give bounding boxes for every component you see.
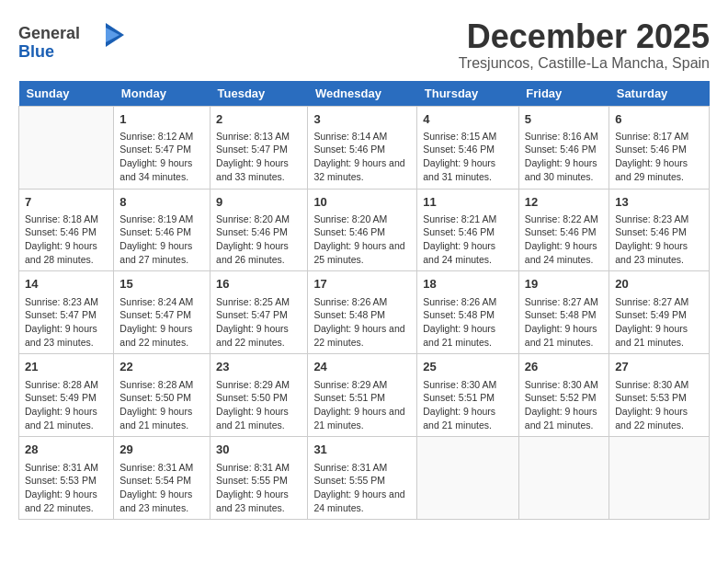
day-number: 13 — [615, 194, 703, 211]
day-cell: 9Sunrise: 8:20 AMSunset: 5:46 PMDaylight… — [210, 189, 308, 271]
day-info: Sunrise: 8:13 AMSunset: 5:47 PMDaylight:… — [216, 130, 301, 184]
day-info: Sunrise: 8:28 AMSunset: 5:50 PMDaylight:… — [119, 378, 204, 432]
day-cell: 2Sunrise: 8:13 AMSunset: 5:47 PMDaylight… — [210, 106, 308, 189]
day-number: 10 — [313, 194, 411, 211]
day-info: Sunrise: 8:22 AMSunset: 5:46 PMDaylight:… — [525, 213, 603, 267]
calendar-table: Sunday Monday Tuesday Wednesday Thursday… — [18, 81, 710, 521]
day-number: 5 — [525, 111, 603, 128]
day-cell: 19Sunrise: 8:27 AMSunset: 5:48 PMDayligh… — [518, 271, 609, 354]
day-cell: 10Sunrise: 8:20 AMSunset: 5:46 PMDayligh… — [308, 189, 417, 271]
day-info: Sunrise: 8:25 AMSunset: 5:47 PMDaylight:… — [216, 295, 301, 350]
day-info: Sunrise: 8:26 AMSunset: 5:48 PMDaylight:… — [423, 295, 513, 350]
day-cell — [609, 437, 710, 520]
day-number: 23 — [216, 359, 301, 375]
day-info: Sunrise: 8:21 AMSunset: 5:46 PMDaylight:… — [423, 213, 513, 267]
day-info: Sunrise: 8:20 AMSunset: 5:46 PMDaylight:… — [216, 213, 301, 267]
day-number: 26 — [525, 359, 603, 375]
month-title: December 2025 — [459, 18, 710, 55]
week-row-3: 14Sunrise: 8:23 AMSunset: 5:47 PMDayligh… — [19, 271, 710, 354]
col-monday: Monday — [114, 81, 210, 107]
day-number: 27 — [615, 359, 703, 375]
day-cell: 25Sunrise: 8:30 AMSunset: 5:51 PMDayligh… — [417, 354, 519, 437]
week-row-5: 28Sunrise: 8:31 AMSunset: 5:53 PMDayligh… — [19, 437, 710, 520]
day-cell: 1Sunrise: 8:12 AMSunset: 5:47 PMDaylight… — [114, 106, 210, 189]
day-info: Sunrise: 8:23 AMSunset: 5:46 PMDaylight:… — [615, 213, 703, 267]
col-tuesday: Tuesday — [210, 81, 308, 107]
day-cell: 12Sunrise: 8:22 AMSunset: 5:46 PMDayligh… — [518, 189, 609, 271]
day-number: 31 — [313, 442, 411, 458]
day-cell: 29Sunrise: 8:31 AMSunset: 5:54 PMDayligh… — [114, 437, 210, 520]
day-number: 16 — [216, 276, 301, 293]
day-info: Sunrise: 8:16 AMSunset: 5:46 PMDaylight:… — [525, 130, 603, 184]
day-number: 7 — [25, 194, 108, 211]
day-cell: 4Sunrise: 8:15 AMSunset: 5:46 PMDaylight… — [417, 106, 519, 189]
day-number: 8 — [119, 194, 204, 211]
day-cell: 28Sunrise: 8:31 AMSunset: 5:53 PMDayligh… — [19, 437, 114, 520]
day-number: 25 — [423, 359, 513, 375]
day-number: 30 — [216, 442, 301, 458]
svg-text:General: General — [18, 24, 80, 42]
day-number: 24 — [313, 359, 411, 375]
day-info: Sunrise: 8:27 AMSunset: 5:48 PMDaylight:… — [525, 295, 603, 350]
day-info: Sunrise: 8:20 AMSunset: 5:46 PMDaylight:… — [313, 213, 411, 267]
logo-icon: General Blue — [18, 18, 129, 64]
day-number: 28 — [25, 442, 108, 458]
day-info: Sunrise: 8:19 AMSunset: 5:46 PMDaylight:… — [119, 213, 204, 267]
week-row-1: 1Sunrise: 8:12 AMSunset: 5:47 PMDaylight… — [19, 106, 710, 189]
day-cell: 27Sunrise: 8:30 AMSunset: 5:53 PMDayligh… — [609, 354, 710, 437]
day-cell: 11Sunrise: 8:21 AMSunset: 5:46 PMDayligh… — [417, 189, 519, 271]
col-friday: Friday — [518, 81, 609, 107]
day-number: 3 — [313, 111, 411, 128]
week-row-2: 7Sunrise: 8:18 AMSunset: 5:46 PMDaylight… — [19, 189, 710, 271]
day-info: Sunrise: 8:29 AMSunset: 5:50 PMDaylight:… — [216, 378, 301, 432]
day-info: Sunrise: 8:24 AMSunset: 5:47 PMDaylight:… — [119, 295, 204, 350]
svg-text:Blue: Blue — [18, 42, 54, 61]
day-info: Sunrise: 8:14 AMSunset: 5:46 PMDaylight:… — [313, 130, 411, 184]
day-cell: 6Sunrise: 8:17 AMSunset: 5:46 PMDaylight… — [609, 106, 710, 189]
day-info: Sunrise: 8:26 AMSunset: 5:48 PMDaylight:… — [313, 295, 411, 350]
day-cell — [518, 437, 609, 520]
week-row-4: 21Sunrise: 8:28 AMSunset: 5:49 PMDayligh… — [19, 354, 710, 437]
day-info: Sunrise: 8:27 AMSunset: 5:49 PMDaylight:… — [615, 295, 703, 350]
day-info: Sunrise: 8:31 AMSunset: 5:55 PMDaylight:… — [216, 461, 301, 515]
day-number: 1 — [119, 111, 204, 128]
day-info: Sunrise: 8:31 AMSunset: 5:53 PMDaylight:… — [25, 461, 108, 515]
day-cell: 16Sunrise: 8:25 AMSunset: 5:47 PMDayligh… — [210, 271, 308, 354]
page-header: General Blue December 2025 Tresjuncos, C… — [18, 18, 710, 72]
location-title: Tresjuncos, Castille-La Mancha, Spain — [459, 55, 710, 72]
day-info: Sunrise: 8:15 AMSunset: 5:46 PMDaylight:… — [423, 130, 513, 184]
day-cell: 31Sunrise: 8:31 AMSunset: 5:55 PMDayligh… — [308, 437, 417, 520]
day-cell: 22Sunrise: 8:28 AMSunset: 5:50 PMDayligh… — [114, 354, 210, 437]
day-number: 6 — [615, 111, 703, 128]
day-info: Sunrise: 8:18 AMSunset: 5:46 PMDaylight:… — [25, 213, 108, 267]
day-info: Sunrise: 8:30 AMSunset: 5:52 PMDaylight:… — [525, 378, 603, 432]
day-cell: 26Sunrise: 8:30 AMSunset: 5:52 PMDayligh… — [518, 354, 609, 437]
day-number: 2 — [216, 111, 301, 128]
day-cell: 8Sunrise: 8:19 AMSunset: 5:46 PMDaylight… — [114, 189, 210, 271]
day-info: Sunrise: 8:23 AMSunset: 5:47 PMDaylight:… — [25, 295, 108, 350]
day-cell: 3Sunrise: 8:14 AMSunset: 5:46 PMDaylight… — [308, 106, 417, 189]
day-cell: 7Sunrise: 8:18 AMSunset: 5:46 PMDaylight… — [19, 189, 114, 271]
day-number: 21 — [25, 359, 108, 375]
day-number: 15 — [119, 276, 204, 293]
day-number: 19 — [525, 276, 603, 293]
day-cell — [19, 106, 114, 189]
logo: General Blue — [18, 18, 129, 64]
col-thursday: Thursday — [417, 81, 519, 107]
day-cell: 17Sunrise: 8:26 AMSunset: 5:48 PMDayligh… — [308, 271, 417, 354]
day-info: Sunrise: 8:17 AMSunset: 5:46 PMDaylight:… — [615, 130, 703, 184]
title-section: December 2025 Tresjuncos, Castille-La Ma… — [459, 18, 710, 72]
day-cell: 18Sunrise: 8:26 AMSunset: 5:48 PMDayligh… — [417, 271, 519, 354]
day-number: 22 — [119, 359, 204, 375]
day-number: 11 — [423, 194, 513, 211]
day-number: 4 — [423, 111, 513, 128]
day-number: 20 — [615, 276, 703, 293]
day-cell: 30Sunrise: 8:31 AMSunset: 5:55 PMDayligh… — [210, 437, 308, 520]
day-info: Sunrise: 8:30 AMSunset: 5:51 PMDaylight:… — [423, 378, 513, 432]
day-info: Sunrise: 8:31 AMSunset: 5:54 PMDaylight:… — [119, 461, 204, 515]
day-number: 9 — [216, 194, 301, 211]
day-number: 18 — [423, 276, 513, 293]
day-cell: 21Sunrise: 8:28 AMSunset: 5:49 PMDayligh… — [19, 354, 114, 437]
day-number: 12 — [525, 194, 603, 211]
col-wednesday: Wednesday — [308, 81, 417, 107]
